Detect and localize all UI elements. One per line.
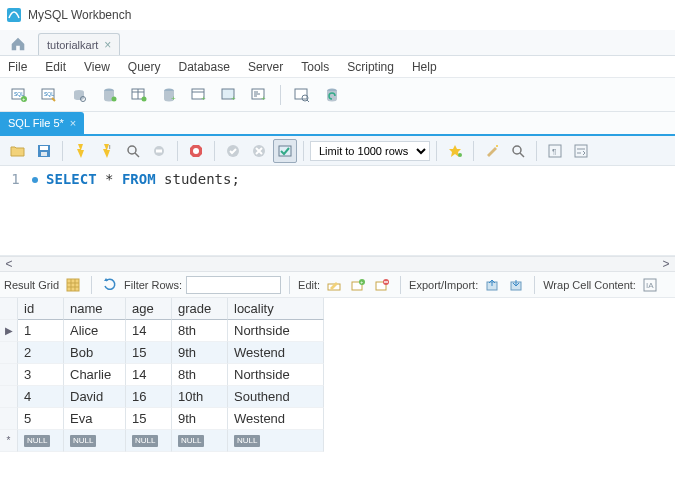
add-view-icon[interactable]: + (216, 82, 242, 108)
beautify-icon[interactable] (480, 139, 504, 163)
stop-icon[interactable] (147, 139, 171, 163)
cell[interactable]: Northside (228, 320, 324, 342)
col-id[interactable]: id (18, 298, 64, 320)
table-row[interactable]: 5 Eva 15 9th Westend (0, 408, 675, 430)
cell[interactable]: NULL (228, 430, 324, 452)
menu-tools[interactable]: Tools (301, 60, 329, 74)
cell[interactable]: 9th (172, 342, 228, 364)
save-icon[interactable] (32, 139, 56, 163)
col-grade[interactable]: grade (172, 298, 228, 320)
menu-scripting[interactable]: Scripting (347, 60, 394, 74)
cell[interactable]: 4 (18, 386, 64, 408)
favorite-icon[interactable] (443, 139, 467, 163)
current-row-marker-icon[interactable]: ▶ (0, 320, 18, 342)
delete-row-icon[interactable] (372, 275, 392, 295)
wrap-icon[interactable] (569, 139, 593, 163)
filter-rows-input[interactable] (186, 276, 281, 294)
sql-editor[interactable]: 1 SELECT * FROM students; (0, 166, 675, 256)
new-row[interactable]: * NULL NULL NULL NULL NULL (0, 430, 675, 452)
cell[interactable]: Alice (64, 320, 126, 342)
sql-tab[interactable]: SQL File 5* × (0, 112, 84, 134)
schema-icon[interactable] (96, 82, 122, 108)
menu-file[interactable]: File (8, 60, 27, 74)
stop-on-error-icon[interactable] (184, 139, 208, 163)
col-age[interactable]: age (126, 298, 172, 320)
cell[interactable]: NULL (126, 430, 172, 452)
row-selector[interactable] (0, 408, 18, 430)
cell[interactable]: 14 (126, 320, 172, 342)
cell[interactable]: 9th (172, 408, 228, 430)
add-schema-icon[interactable]: + (156, 82, 182, 108)
close-icon[interactable]: × (104, 38, 111, 52)
col-locality[interactable]: locality (228, 298, 324, 320)
cell[interactable]: Westend (228, 342, 324, 364)
cell[interactable]: 8th (172, 364, 228, 386)
add-table-icon[interactable]: + (186, 82, 212, 108)
cell[interactable]: NULL (64, 430, 126, 452)
rollback-icon[interactable] (247, 139, 271, 163)
table-row[interactable]: ▶ 1 Alice 14 8th Northside (0, 320, 675, 342)
execute-current-icon[interactable]: I (95, 139, 119, 163)
cell[interactable]: 5 (18, 408, 64, 430)
execute-icon[interactable] (69, 139, 93, 163)
open-file-icon[interactable] (6, 139, 30, 163)
cell[interactable]: NULL (172, 430, 228, 452)
grid-view-icon[interactable] (63, 275, 83, 295)
cell[interactable]: 1 (18, 320, 64, 342)
cell[interactable]: 15 (126, 408, 172, 430)
cell[interactable]: 15 (126, 342, 172, 364)
autocommit-icon[interactable] (273, 139, 297, 163)
explain-icon[interactable] (121, 139, 145, 163)
refresh-icon[interactable] (100, 275, 120, 295)
code-area[interactable]: SELECT * FROM students; (40, 166, 675, 255)
cell[interactable]: Southend (228, 386, 324, 408)
col-name[interactable]: name (64, 298, 126, 320)
import-icon[interactable] (506, 275, 526, 295)
cell[interactable]: 3 (18, 364, 64, 386)
close-icon[interactable]: × (70, 117, 76, 129)
open-sql-icon[interactable]: SQL (36, 82, 62, 108)
inspector-icon[interactable] (66, 82, 92, 108)
row-selector[interactable] (0, 386, 18, 408)
cell[interactable]: 2 (18, 342, 64, 364)
find-icon[interactable] (506, 139, 530, 163)
limit-rows-select[interactable]: Limit to 1000 rows (310, 141, 430, 161)
cell[interactable]: David (64, 386, 126, 408)
connection-tab[interactable]: tutorialkart × (38, 33, 120, 55)
table-row[interactable]: 4 David 16 10th Southend (0, 386, 675, 408)
scroll-left-icon[interactable]: < (2, 257, 16, 271)
cell[interactable]: Westend (228, 408, 324, 430)
add-routine-icon[interactable]: + (246, 82, 272, 108)
reconnect-icon[interactable] (319, 82, 345, 108)
row-selector[interactable] (0, 342, 18, 364)
menu-database[interactable]: Database (179, 60, 230, 74)
new-sql-tab-icon[interactable]: SQL+ (6, 82, 32, 108)
cell[interactable]: Bob (64, 342, 126, 364)
table-row[interactable]: 2 Bob 15 9th Westend (0, 342, 675, 364)
menu-query[interactable]: Query (128, 60, 161, 74)
table-row[interactable]: 3 Charlie 14 8th Northside (0, 364, 675, 386)
invisible-chars-icon[interactable]: ¶ (543, 139, 567, 163)
wrap-cell-icon[interactable]: IA (640, 275, 660, 295)
row-selector[interactable] (0, 364, 18, 386)
scroll-right-icon[interactable]: > (659, 257, 673, 271)
new-row-marker-icon[interactable]: * (0, 430, 18, 452)
result-grid[interactable]: id name age grade locality ▶ 1 Alice 14 … (0, 298, 675, 452)
commit-icon[interactable] (221, 139, 245, 163)
menu-edit[interactable]: Edit (45, 60, 66, 74)
cell[interactable]: Eva (64, 408, 126, 430)
horizontal-scrollbar[interactable]: < > (0, 256, 675, 272)
menu-server[interactable]: Server (248, 60, 283, 74)
cell[interactable]: NULL (18, 430, 64, 452)
search-table-icon[interactable] (289, 82, 315, 108)
cell[interactable]: Northside (228, 364, 324, 386)
cell[interactable]: 14 (126, 364, 172, 386)
menu-view[interactable]: View (84, 60, 110, 74)
cell[interactable]: 16 (126, 386, 172, 408)
export-icon[interactable] (482, 275, 502, 295)
home-icon[interactable] (4, 33, 32, 55)
cell[interactable]: Charlie (64, 364, 126, 386)
cell[interactable]: 8th (172, 320, 228, 342)
edit-row-icon[interactable] (324, 275, 344, 295)
table-icon[interactable] (126, 82, 152, 108)
